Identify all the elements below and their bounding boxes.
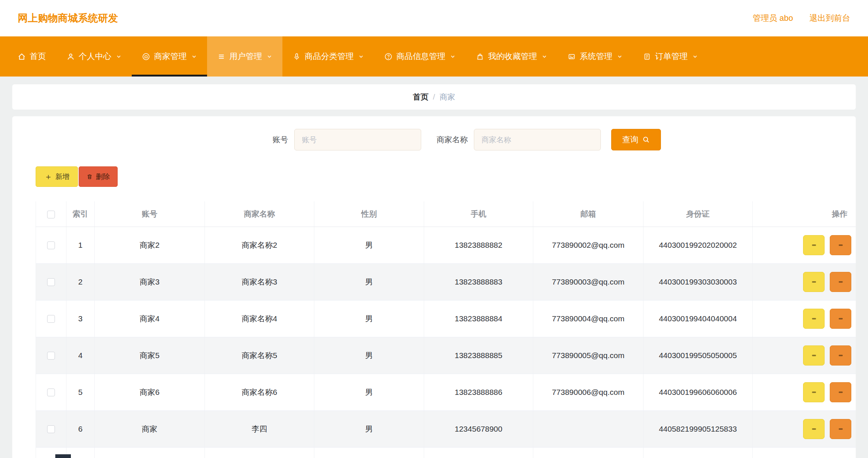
row-checkbox[interactable]	[47, 315, 55, 323]
store-icon	[142, 53, 150, 61]
row-checkbox[interactable]	[47, 241, 55, 249]
nav-item-home[interactable]: 首页	[7, 36, 56, 77]
cell-merchant-name: 商家名称3	[205, 263, 314, 300]
row-edit-button[interactable]	[830, 309, 851, 329]
column-header: 索引	[66, 201, 95, 227]
row-checkbox[interactable]	[47, 389, 55, 396]
app-title: 网上购物商城系统研发	[18, 12, 118, 25]
row-detail-button[interactable]	[803, 382, 825, 402]
row-checkbox[interactable]	[47, 278, 55, 286]
cell-id-card: 440300199303030003	[643, 263, 753, 300]
image-icon	[568, 53, 576, 61]
header-right: 管理员 abo 退出到前台	[753, 13, 850, 24]
breadcrumb-home[interactable]: 首页	[413, 92, 429, 102]
nav-item-product-info-management[interactable]: 商品信息管理	[374, 36, 466, 77]
cell-id-card: 440300199505050005	[643, 337, 753, 374]
content-card: 账号 商家名称 查询 ＋ 新增 删除 索引账号商家名称性别手机邮箱身份证操作 1…	[12, 116, 856, 458]
search-icon	[642, 136, 650, 143]
row-edit-button[interactable]	[830, 382, 851, 402]
cell-phone: 13823888884	[424, 300, 533, 337]
cell-gender: 男	[314, 374, 424, 410]
row-edit-button[interactable]	[830, 419, 851, 439]
row-detail-button[interactable]	[803, 309, 825, 329]
nav-item-system-management[interactable]: 系统管理	[557, 36, 633, 77]
cell-account: 商家	[95, 410, 205, 447]
question-circle-icon	[384, 53, 392, 61]
merchants-table: 索引账号商家名称性别手机邮箱身份证操作 1商家2商家名称2男1382388888…	[36, 201, 856, 458]
cell-merchant-name: 商家名称5	[205, 337, 314, 374]
cell-gender: 男	[314, 227, 424, 263]
cell-merchant-name: 商家名称2	[205, 227, 314, 263]
cell-id-card	[643, 447, 753, 458]
row-edit-button[interactable]	[830, 345, 851, 366]
cell-email: 773890005@qq.com	[533, 337, 643, 374]
chevron-down-icon	[692, 54, 698, 59]
row-checkbox[interactable]	[47, 352, 55, 360]
nav-item-favorites-management[interactable]: 我的收藏管理	[466, 36, 557, 77]
breadcrumb-separator: /	[433, 92, 435, 101]
plus-icon: ＋	[44, 173, 52, 181]
cell-account: 商家5	[95, 337, 205, 374]
cell-id-card: 440300199404040004	[643, 300, 753, 337]
cell-merchant-name	[205, 447, 314, 458]
nav-item-label: 用户管理	[229, 51, 262, 62]
row-checkbox[interactable]	[47, 425, 55, 433]
row-detail-button[interactable]	[803, 235, 825, 255]
chevron-down-icon	[617, 54, 622, 59]
row-detail-button[interactable]	[803, 345, 825, 366]
select-all-checkbox[interactable]	[47, 211, 55, 218]
merchant-name-input[interactable]	[474, 129, 601, 150]
add-button[interactable]: ＋ 新增	[36, 166, 78, 187]
cell-index: 2	[66, 263, 95, 300]
home-icon	[18, 53, 26, 61]
table-actions: ＋ 新增 删除	[36, 166, 856, 187]
nav-item-order-management[interactable]: 订单管理	[633, 36, 708, 77]
nav-item-profile[interactable]: 个人中心	[56, 36, 132, 77]
cell-email: 773890003@qq.com	[533, 263, 643, 300]
admin-user-link[interactable]: 管理员 abo	[753, 13, 793, 24]
table-row: 2商家3商家名称3男13823888883773890003@qq.com440…	[36, 263, 856, 300]
bag-icon	[476, 53, 484, 61]
table-row: 1商家2商家名称2男13823888882773890002@qq.com440…	[36, 227, 856, 263]
cell-phone: 13823888885	[424, 337, 533, 374]
column-header: 身份证	[643, 201, 753, 227]
cell-phone	[424, 447, 533, 458]
cell-account: 商家2	[95, 227, 205, 263]
list-icon	[217, 53, 225, 61]
cell-account: 商家6	[95, 374, 205, 410]
column-header: 手机	[424, 201, 533, 227]
cell-phone: 13823888882	[424, 227, 533, 263]
nav-item-label: 商品信息管理	[396, 51, 445, 62]
cell-account: 商家3	[95, 263, 205, 300]
logout-to-frontend-link[interactable]: 退出到前台	[809, 13, 850, 24]
top-header: 网上购物商城系统研发 管理员 abo 退出到前台	[0, 0, 868, 36]
nav-item-merchant-management[interactable]: 商家管理	[132, 36, 207, 77]
row-edit-button[interactable]	[830, 272, 851, 292]
cell-gender	[314, 447, 424, 458]
table-row: 3商家4商家名称4男13823888884773890004@qq.com440…	[36, 300, 856, 337]
row-edit-button[interactable]	[830, 235, 851, 255]
cell-email	[533, 410, 643, 447]
cell-email: 773890004@qq.com	[533, 300, 643, 337]
column-header: 性别	[314, 201, 424, 227]
nav-item-label: 系统管理	[580, 51, 612, 62]
query-button[interactable]: 查询	[611, 129, 661, 150]
account-input[interactable]	[294, 129, 421, 150]
cell-email: 773890002@qq.com	[533, 227, 643, 263]
chevron-down-icon	[450, 54, 455, 59]
nav-item-category-management[interactable]: 商品分类管理	[282, 36, 374, 77]
query-button-label: 查询	[622, 134, 639, 145]
cell-index: 6	[66, 410, 95, 447]
add-button-label: 新增	[55, 172, 69, 182]
chevron-down-icon	[267, 54, 272, 59]
merchant-name-label: 商家名称	[437, 134, 468, 145]
nav-item-user-management[interactable]: 用户管理	[207, 36, 282, 77]
row-detail-button[interactable]	[803, 419, 825, 439]
nav-item-label: 订单管理	[655, 51, 688, 62]
delete-button[interactable]: 删除	[79, 166, 118, 187]
table-row: 6商家李四男12345678900440582199905125833	[36, 410, 856, 447]
cell-gender: 男	[314, 300, 424, 337]
trash-icon	[86, 173, 93, 180]
row-detail-button[interactable]	[803, 272, 825, 292]
cell-id-card: 440300199202020002	[643, 227, 753, 263]
